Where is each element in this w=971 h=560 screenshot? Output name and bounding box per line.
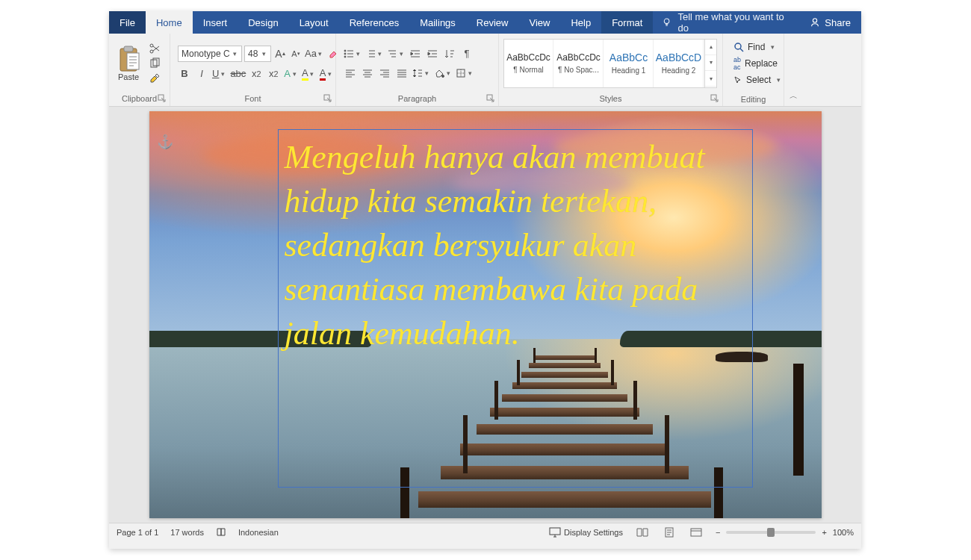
borders-button[interactable]: ▾ (456, 66, 474, 81)
print-layout-icon (664, 527, 674, 538)
tab-help[interactable]: Help (560, 11, 601, 34)
style-no-spacing[interactable]: AaBbCcDc¶ No Spac... (554, 40, 604, 87)
dialog-launcher-icon[interactable] (710, 94, 719, 103)
align-right-button[interactable] (378, 66, 391, 81)
font-name-combo[interactable]: Monotype C▾ (178, 46, 242, 62)
style-preview: AaBbCc (609, 52, 648, 63)
copy-icon (149, 57, 161, 69)
tab-view[interactable]: View (518, 11, 560, 34)
cut-button[interactable] (148, 42, 161, 55)
shrink-font-button[interactable]: A▾ (289, 46, 303, 61)
format-painter-button[interactable] (148, 72, 161, 85)
replace-icon: abac (733, 56, 741, 71)
align-center-button[interactable] (361, 66, 374, 81)
document-area[interactable]: ⚓ Mengeluh hanya akan membuat hidup kita… (109, 107, 861, 523)
chevron-up-icon: ▴ (705, 40, 716, 55)
replace-button[interactable]: abacReplace (733, 56, 782, 71)
text-effects-button[interactable]: A▾ (284, 66, 298, 81)
svg-rect-21 (691, 529, 701, 536)
change-case-button[interactable]: Aa▾ (305, 46, 324, 61)
tab-file[interactable]: File (109, 11, 146, 34)
svg-rect-3 (124, 46, 133, 52)
word-window: File Home Insert Design Layout Reference… (109, 11, 861, 549)
sort-button[interactable] (443, 46, 456, 61)
line-spacing-button[interactable]: ▾ (412, 66, 430, 81)
zoom-out-button[interactable]: − (716, 528, 720, 537)
copy-button[interactable] (148, 57, 161, 70)
tab-mailings[interactable]: Mailings (409, 11, 466, 34)
tab-references[interactable]: References (339, 11, 409, 34)
tell-me-search[interactable]: Tell me what you want to do (653, 11, 799, 34)
tab-home[interactable]: Home (146, 11, 193, 34)
tab-layout[interactable]: Layout (289, 11, 339, 34)
collapse-ribbon-button[interactable]: ︿ (784, 34, 802, 106)
bullets-button[interactable]: ▾ (344, 46, 362, 61)
clipboard-icon (117, 46, 140, 72)
share-label: Share (825, 17, 851, 28)
zoom-in-button[interactable]: + (822, 528, 826, 537)
tab-design[interactable]: Design (238, 11, 288, 34)
tab-format[interactable]: Format (601, 11, 653, 34)
clipboard-group-label: Clipboard (122, 94, 157, 103)
zoom-slider[interactable] (726, 531, 816, 534)
share-button[interactable]: Share (799, 11, 861, 34)
increase-indent-button[interactable] (426, 46, 439, 61)
style-heading1[interactable]: AaBbCcHeading 1 (604, 40, 654, 87)
font-color-icon: A (320, 67, 326, 81)
word-count[interactable]: 17 words (170, 528, 204, 537)
italic-button[interactable]: I (195, 66, 208, 81)
highlight-button[interactable]: A▾ (302, 66, 316, 81)
styles-gallery[interactable]: AaBbCcDc¶ Normal AaBbCcDc¶ No Spac... Aa… (503, 39, 717, 88)
read-mode-button[interactable] (635, 526, 650, 538)
monitor-icon (549, 527, 561, 538)
select-label: Select (746, 75, 771, 85)
zoom-thumb[interactable] (767, 528, 775, 537)
dialog-launcher-icon[interactable] (323, 94, 332, 103)
multilevel-list-button[interactable]: ▾ (387, 46, 405, 61)
scissors-icon (149, 43, 161, 55)
language-indicator[interactable]: Indonesian (238, 528, 279, 537)
display-settings-button[interactable]: Display Settings (549, 527, 623, 538)
shading-button[interactable]: ▾ (434, 66, 452, 81)
justify-button[interactable] (395, 66, 409, 81)
style-heading2[interactable]: AaBbCcDHeading 2 (654, 40, 704, 87)
svg-point-5 (150, 50, 153, 53)
font-color-button[interactable]: A▾ (320, 66, 334, 81)
tab-review[interactable]: Review (466, 11, 519, 34)
proofing-button[interactable] (216, 526, 226, 538)
show-marks-button[interactable]: ¶ (460, 46, 474, 61)
tab-insert[interactable]: Insert (193, 11, 238, 34)
replace-label: Replace (745, 58, 778, 69)
numbering-button[interactable]: ▾ (365, 46, 383, 61)
svg-point-12 (344, 53, 346, 55)
chevron-up-icon: ︿ (789, 90, 798, 102)
page[interactable]: ⚓ Mengeluh hanya akan membuat hidup kita… (149, 111, 822, 518)
dialog-launcher-icon[interactable] (486, 94, 495, 103)
find-button[interactable]: Find▾ (733, 40, 782, 55)
svg-point-13 (344, 56, 346, 57)
bold-button[interactable]: B (178, 66, 191, 81)
underline-button[interactable]: U▾ (212, 66, 226, 81)
dialog-launcher-icon[interactable] (158, 94, 167, 103)
styles-more-button[interactable]: ▴▾▾ (704, 40, 716, 87)
style-label: Heading 1 (612, 66, 646, 75)
page-indicator[interactable]: Page 1 of 1 (117, 528, 158, 537)
paste-button[interactable]: Paste (114, 44, 143, 83)
text-box[interactable]: Mengeluh hanya akan membuat hidup kita s… (278, 129, 753, 488)
superscript-button[interactable]: x2 (267, 66, 280, 81)
align-left-button[interactable] (344, 66, 357, 81)
quote-text[interactable]: Mengeluh hanya akan membuat hidup kita s… (285, 136, 746, 356)
font-size-value: 48 (248, 49, 260, 59)
font-size-combo[interactable]: 48▾ (244, 46, 271, 62)
style-normal[interactable]: AaBbCcDc¶ Normal (504, 40, 553, 87)
chevron-down-icon: ▾ (260, 50, 267, 57)
select-button[interactable]: Select▾ (733, 72, 782, 87)
strikethrough-button[interactable]: abc (230, 66, 246, 81)
grow-font-button[interactable]: A▴ (273, 46, 287, 61)
decrease-indent-button[interactable] (409, 46, 422, 61)
web-layout-button[interactable] (689, 526, 704, 538)
subscript-button[interactable]: x2 (249, 66, 263, 81)
zoom-level[interactable]: 100% (833, 528, 854, 537)
sort-icon (444, 49, 455, 59)
print-layout-button[interactable] (662, 526, 677, 538)
